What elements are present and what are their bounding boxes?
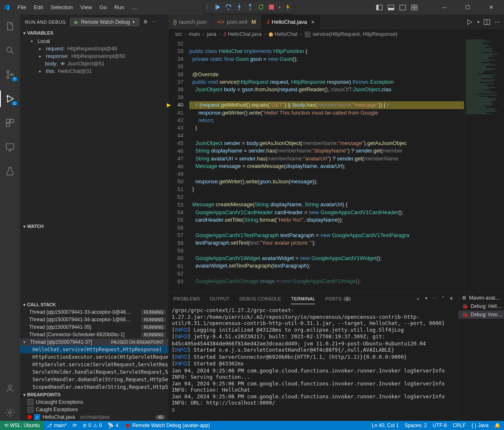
panel-tab-debug-console[interactable]: DEBUG CONSOLE bbox=[240, 294, 281, 304]
tab-hellochat-java[interactable]: JHelloChat.java× bbox=[261, 15, 320, 29]
terminal-item[interactable]: 🐞Debug: Invo… bbox=[459, 310, 504, 319]
panel-tab-terminal[interactable]: TERMINAL bbox=[291, 294, 315, 304]
sync-indicator[interactable]: ⟳ bbox=[73, 422, 77, 428]
breakpoint-uncaught[interactable]: Uncaught Exceptions bbox=[20, 398, 168, 406]
activity-explorer[interactable] bbox=[0, 18, 20, 35]
breakpoint-file[interactable]: ✓HelloChat.javasrc/main/java40 bbox=[20, 413, 168, 421]
chevron-down-icon[interactable]: ▾ bbox=[477, 20, 479, 24]
thread-row[interactable]: Thread [qtp1500079441-33-acceptor-0@48…R… bbox=[20, 308, 168, 316]
more-icon[interactable]: ⋯ bbox=[432, 296, 437, 302]
more-icon[interactable]: ⋯ bbox=[152, 19, 156, 25]
indentation[interactable]: Spaces: 2 bbox=[405, 422, 427, 428]
remote-indicator[interactable]: ⟲WSL: Ubuntu bbox=[0, 421, 44, 430]
stack-frame[interactable]: ServletHolder.handle(Request,ServletRequ… bbox=[20, 368, 168, 376]
menu-go[interactable]: Go bbox=[96, 2, 110, 12]
step-out-button[interactable] bbox=[247, 4, 253, 10]
thread-row[interactable]: Thread [qtp1500079441-34-acceptor-1@66…R… bbox=[20, 316, 168, 323]
problems-indicator[interactable]: ⊘0 ⚠0 bbox=[83, 422, 102, 428]
notifications-icon[interactable]: 🔔 bbox=[494, 422, 501, 428]
menu-selection[interactable]: Selection bbox=[47, 2, 76, 12]
activity-search[interactable] bbox=[0, 42, 20, 59]
variable-row[interactable]: body: 👁 JsonObject@51 bbox=[20, 60, 168, 68]
activity-extensions[interactable] bbox=[0, 115, 20, 131]
crumb[interactable]: src bbox=[175, 31, 182, 37]
stack-frame[interactable]: ServletHandler.doHandle(String,Request,H… bbox=[20, 376, 168, 383]
layout-sidebar-left-icon[interactable] bbox=[376, 4, 383, 11]
window-maximize-button[interactable]: ☐ bbox=[458, 0, 477, 15]
layout-panel-icon[interactable] bbox=[387, 4, 395, 11]
variable-row[interactable]: ▸request: HttpRequestImpl@49 bbox=[20, 45, 168, 52]
crumb[interactable]: ⬢ HelloChat bbox=[268, 31, 298, 38]
activity-remote-explorer[interactable] bbox=[0, 139, 20, 155]
thread-row[interactable]: Thread [Connector-Scheduler-6920b0bc-1]R… bbox=[20, 331, 168, 338]
panel-tab-ports[interactable]: PORTS4 bbox=[325, 294, 351, 304]
terminal-output[interactable]: /grpc/grpc-context/1.27.2/grpc-context-1… bbox=[168, 305, 458, 421]
new-terminal-button[interactable]: ＋ bbox=[416, 296, 420, 302]
restart-button[interactable] bbox=[258, 4, 264, 10]
stack-frame[interactable]: HttpFunctionExecutor.service(HttpServlet… bbox=[20, 353, 168, 361]
chevron-up-icon[interactable]: ˄ bbox=[442, 296, 444, 302]
checkbox-icon[interactable]: ✓ bbox=[34, 414, 40, 420]
breakpoint-caught[interactable]: Caught Exceptions bbox=[20, 406, 168, 413]
breadcrumbs[interactable]: src› main› java› J HelloChat.java› ⬢ Hel… bbox=[168, 29, 504, 39]
crumb[interactable]: java bbox=[207, 31, 216, 37]
line-gutter[interactable]: 3233343536373839▶40414243444546474849505… bbox=[168, 39, 189, 292]
cursor-position[interactable]: Ln 40, Col 1 bbox=[372, 422, 399, 428]
crumb[interactable]: ⬛ service(HttpRequest, HttpResponse) bbox=[304, 31, 398, 38]
branch-indicator[interactable]: ⎇main* bbox=[46, 422, 67, 428]
terminal-item[interactable]: 🐞Debug: Hell… bbox=[459, 302, 504, 310]
ports-indicator[interactable]: 📡4 bbox=[108, 422, 118, 428]
terminal-item[interactable]: ⚙Maven-avat… bbox=[459, 294, 504, 302]
stack-frame[interactable]: HttpServlet.service(ServletRequest,Servl… bbox=[20, 361, 168, 368]
checkbox-icon[interactable] bbox=[28, 407, 33, 412]
stack-frame[interactable]: HelloChat.service(HttpRequest,HttpRespon… bbox=[20, 346, 168, 353]
code-editor[interactable]: 3233343536373839▶40414243444546474849505… bbox=[168, 39, 504, 292]
callstack-section-header[interactable]: ▾CALL STACK bbox=[20, 301, 168, 308]
variables-section-header[interactable]: ▾VARIABLES bbox=[20, 29, 168, 37]
activity-debug[interactable]: 1 bbox=[0, 90, 20, 107]
variable-row[interactable]: ▸this: HelloChat@31 bbox=[20, 68, 168, 75]
tab-pom-xml[interactable]: </>pom.xmlM bbox=[212, 15, 261, 29]
window-close-button[interactable]: ✕ bbox=[481, 0, 501, 15]
language-mode[interactable]: { } Java bbox=[471, 422, 489, 428]
activity-testing[interactable] bbox=[0, 163, 20, 180]
panel-tab-output[interactable]: OUTPUT bbox=[210, 294, 230, 304]
close-icon[interactable]: × bbox=[311, 19, 314, 25]
layout-customize-icon[interactable] bbox=[411, 4, 418, 11]
menu-file[interactable]: File bbox=[14, 2, 30, 12]
thread-row[interactable]: Thread [qtp1500079441-35]RUNNING bbox=[20, 323, 168, 331]
drag-handle-icon[interactable] bbox=[207, 5, 210, 9]
encoding[interactable]: UTF-8 bbox=[433, 422, 447, 428]
eol[interactable]: CRLF bbox=[453, 422, 466, 428]
menu-view[interactable]: View bbox=[77, 2, 95, 12]
activity-settings[interactable] bbox=[0, 404, 20, 421]
run-button[interactable] bbox=[466, 19, 473, 25]
more-icon[interactable]: ⋯ bbox=[494, 19, 500, 25]
debug-config-indicator[interactable]: 🐞Remote Watch Debug (avatar-app) bbox=[124, 422, 210, 428]
hot-code-replace-button[interactable] bbox=[285, 4, 291, 10]
menu-run[interactable]: Run bbox=[111, 2, 128, 12]
stack-frame[interactable]: ScopedHandler.nextHandle(String,Request,… bbox=[20, 383, 168, 391]
menu-edit[interactable]: Edit bbox=[30, 2, 46, 12]
gear-icon[interactable]: ⚙ bbox=[143, 19, 148, 25]
menu-more[interactable]: … bbox=[128, 2, 140, 12]
activity-scm[interactable]: 7 bbox=[0, 66, 20, 83]
minimap[interactable] bbox=[464, 39, 504, 292]
continue-button[interactable] bbox=[214, 4, 221, 10]
stop-button[interactable] bbox=[268, 4, 274, 10]
step-over-button[interactable] bbox=[225, 4, 232, 10]
step-into-button[interactable] bbox=[236, 4, 243, 10]
thread-row[interactable]: ▾Thread [qtp1500079441-37]PAUSED ON BREA… bbox=[20, 338, 168, 346]
crumb[interactable]: J HelloChat.java bbox=[223, 31, 261, 37]
breakpoints-section-header[interactable]: ▾BREAKPOINTS bbox=[20, 391, 168, 398]
close-icon[interactable]: ✕ bbox=[449, 296, 453, 302]
activity-accounts[interactable] bbox=[0, 380, 20, 397]
chevron-down-icon[interactable]: ▾ bbox=[425, 296, 427, 302]
crumb[interactable]: main bbox=[189, 31, 200, 37]
panel-tab-problems[interactable]: PROBLEMS bbox=[173, 294, 200, 304]
debug-toolbar[interactable]: ▾ bbox=[204, 1, 293, 13]
chevron-down-icon[interactable]: ▾ bbox=[278, 5, 281, 10]
tab-launch-json[interactable]: {}launch.json bbox=[168, 15, 212, 29]
layout-sidebar-right-icon[interactable] bbox=[399, 4, 406, 11]
checkbox-icon[interactable] bbox=[28, 399, 33, 405]
